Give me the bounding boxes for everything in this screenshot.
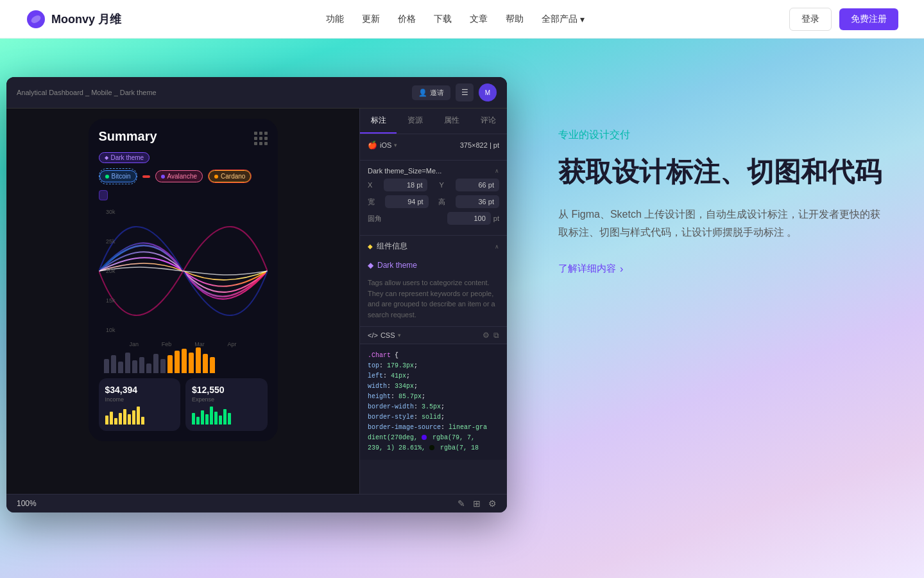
frame-icon[interactable]: ⊞ bbox=[473, 498, 481, 509]
invite-button[interactable]: 👤 邀请 bbox=[412, 85, 450, 100]
ios-selector[interactable]: 🍎 iOS ▾ bbox=[368, 141, 397, 150]
code-lang-chevron: ▾ bbox=[398, 332, 401, 338]
hero-subtitle: 专业的设计交付 bbox=[558, 128, 886, 142]
bar-11 bbox=[175, 351, 180, 373]
arrow-icon: › bbox=[620, 263, 623, 275]
nav-features[interactable]: 功能 bbox=[326, 13, 344, 25]
avatar-button[interactable]: M bbox=[479, 83, 497, 101]
component-info-header[interactable]: ◆ 组件信息 ∧ bbox=[360, 236, 507, 257]
logo-icon bbox=[26, 9, 46, 30]
diamond-icon: ◆ bbox=[368, 243, 373, 250]
bar-5 bbox=[132, 360, 137, 373]
figma-right-panel: 标注 资源 属性 评论 🍎 iOS ▾ bbox=[359, 109, 507, 494]
tab-annotation[interactable]: 标注 bbox=[360, 109, 397, 134]
dark-theme-tag: ◆ Dark theme bbox=[99, 152, 150, 163]
mini-bar-4 bbox=[119, 413, 122, 425]
figma-main: Summary bbox=[6, 109, 507, 494]
expense-value: $12,550 bbox=[192, 385, 261, 395]
register-button[interactable]: 免费注册 bbox=[839, 8, 898, 30]
chart-y-labels: 30k 25k 20k 15k 10k bbox=[99, 204, 118, 338]
tab-resources[interactable]: 资源 bbox=[397, 109, 433, 134]
code-lang-selector[interactable]: </> CSS ▾ bbox=[368, 331, 401, 339]
figma-toolbar: Analytical Dashboard _ Mobile _ Dark the… bbox=[6, 77, 507, 109]
component-info-title: ◆ 组件信息 bbox=[368, 241, 407, 252]
bitcoin-tag: Bitcoin bbox=[99, 170, 137, 182]
income-card: $34,394 Income bbox=[99, 378, 181, 431]
copy-icon[interactable]: ⧉ bbox=[493, 331, 499, 340]
bar-4 bbox=[125, 353, 130, 373]
bar-6 bbox=[139, 357, 144, 373]
bitcoin-dot bbox=[105, 175, 109, 179]
bar-chart bbox=[99, 347, 268, 373]
badge-row: Bitcoin Avalanche bbox=[99, 168, 268, 184]
zoom-control[interactable]: 100% bbox=[17, 499, 37, 508]
figma-file-title: Analytical Dashboard _ Mobile _ Dark the… bbox=[17, 89, 157, 96]
expense-mini-chart bbox=[192, 407, 261, 425]
nav-download[interactable]: 下载 bbox=[434, 13, 452, 25]
income-label: Income bbox=[105, 396, 175, 403]
exp-bar-2 bbox=[196, 417, 200, 425]
exp-bar-8 bbox=[223, 409, 227, 425]
color-dot-2 bbox=[429, 445, 434, 450]
y-input[interactable]: 66 pt bbox=[456, 179, 499, 191]
figma-panel: Analytical Dashboard _ Mobile _ Dark the… bbox=[0, 77, 520, 512]
inspect-button[interactable]: ☰ bbox=[456, 83, 474, 101]
hero-text: 专业的设计交付 获取设计标注、切图和代码 从 Figma、Sketch 上传设计… bbox=[520, 77, 924, 275]
corner-radius-label: 圆角 bbox=[368, 214, 382, 223]
nav-updates[interactable]: 更新 bbox=[362, 13, 380, 25]
inspect-icon: ☰ bbox=[461, 88, 468, 97]
component-name-row: Dark theme_Size=Me... ∧ bbox=[368, 167, 499, 175]
hero-content: Analytical Dashboard _ Mobile _ Dark the… bbox=[0, 39, 924, 578]
bar-9 bbox=[160, 359, 166, 373]
mobile-preview: Summary bbox=[89, 119, 278, 441]
avatar-icon: M bbox=[485, 89, 490, 96]
platform-section: 🍎 iOS ▾ 375×822 | pt bbox=[360, 134, 507, 161]
bar-2 bbox=[111, 355, 116, 373]
apple-icon: 🍎 bbox=[368, 141, 377, 150]
mobile-summary-title: Summary bbox=[99, 129, 157, 144]
mini-bar-1 bbox=[105, 416, 108, 425]
nav-pricing[interactable]: 价格 bbox=[398, 13, 416, 25]
height-label: 高 bbox=[438, 197, 445, 207]
bar-12 bbox=[182, 349, 187, 373]
login-button[interactable]: 登录 bbox=[789, 8, 832, 31]
height-input[interactable]: 36 pt bbox=[456, 195, 499, 208]
hero-section: Analytical Dashboard _ Mobile _ Dark the… bbox=[0, 39, 924, 578]
width-input[interactable]: 94 pt bbox=[385, 195, 429, 208]
nav-help[interactable]: 帮助 bbox=[506, 13, 524, 25]
expense-card: $12,550 Expense bbox=[185, 378, 268, 431]
component-description: Tags allow users to categorize content. … bbox=[360, 274, 507, 326]
hero-desc: 从 Figma、Sketch 上传设计图，自动生成设计标注，让开发者更快的获取标… bbox=[558, 206, 886, 243]
income-value: $34,394 bbox=[105, 385, 175, 395]
xy-row: X 18 pt Y 66 pt bbox=[368, 179, 499, 191]
logo[interactable]: Moonvy 月维 bbox=[26, 9, 121, 30]
component-chevron[interactable]: ∧ bbox=[495, 168, 499, 174]
code-selector: .Chart bbox=[368, 352, 391, 359]
nav-articles[interactable]: 文章 bbox=[470, 13, 488, 25]
bar-14 bbox=[196, 347, 201, 373]
expense-label: Expense bbox=[192, 396, 261, 403]
platform-row: 🍎 iOS ▾ 375×822 | pt bbox=[368, 141, 499, 150]
bottom-icons: ✎ ⊞ ⚙ bbox=[458, 498, 497, 509]
mini-bar-3 bbox=[114, 418, 117, 425]
mini-bar-2 bbox=[110, 412, 113, 425]
code-line-5: border-width: 3.5px; bbox=[368, 402, 499, 412]
figma-bottom-bar: 100% ✎ ⊞ ⚙ bbox=[6, 494, 507, 512]
corner-radius-input[interactable]: 100 bbox=[447, 212, 491, 225]
code-line-3: width: 334px; bbox=[368, 381, 499, 392]
figma-toolbar-right: 👤 邀请 ☰ M bbox=[412, 83, 497, 101]
nav-all-products[interactable]: 全部产品 ▾ bbox=[542, 13, 585, 25]
hero-link-text: 了解详细内容 bbox=[558, 263, 616, 275]
settings-icon-bottom[interactable]: ⚙ bbox=[488, 498, 497, 509]
x-input[interactable]: 18 pt bbox=[384, 179, 427, 191]
tab-comments[interactable]: 评论 bbox=[470, 109, 507, 134]
exp-bar-5 bbox=[210, 407, 213, 425]
settings-icon[interactable]: ⚙ bbox=[483, 331, 490, 340]
hero-link[interactable]: 了解详细内容 › bbox=[558, 263, 886, 275]
exp-bar-3 bbox=[201, 410, 204, 425]
pen-icon[interactable]: ✎ bbox=[458, 498, 465, 509]
flow-chart-svg bbox=[99, 204, 268, 338]
bar-16 bbox=[210, 357, 215, 373]
tab-attributes[interactable]: 属性 bbox=[434, 109, 470, 134]
exp-bar-9 bbox=[228, 413, 231, 425]
